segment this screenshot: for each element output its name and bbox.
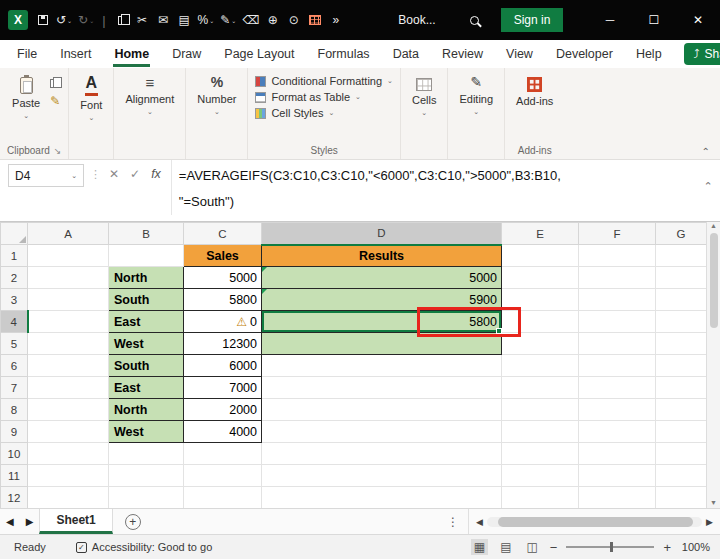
excel-logo-icon[interactable]: X	[8, 10, 28, 30]
cell-F6[interactable]	[579, 355, 656, 377]
cell-A5[interactable]	[28, 333, 109, 355]
cell-A6[interactable]	[28, 355, 109, 377]
format-painter-icon[interactable]: ✎	[50, 94, 60, 108]
number-button[interactable]: % Number ⌄	[193, 73, 240, 118]
row-header-10[interactable]: 10	[1, 443, 28, 465]
warning-icon[interactable]: ⚠	[236, 315, 247, 329]
horizontal-scroll-track[interactable]	[487, 517, 702, 527]
cell-E10[interactable]	[502, 443, 579, 465]
view-page-break-button[interactable]: ◫	[523, 539, 540, 555]
menu-tab-review[interactable]: Review	[441, 42, 484, 67]
undo-icon[interactable]: ↺⌄	[56, 13, 72, 27]
row-header-8[interactable]: 8	[1, 399, 28, 421]
eraser-icon[interactable]: ⌫	[242, 13, 259, 27]
cell-B6[interactable]: South	[109, 355, 184, 377]
sheet-tab-sheet1[interactable]: Sheet1	[39, 509, 112, 534]
close-button[interactable]: ✕	[676, 0, 720, 40]
cell-D1[interactable]: Results	[262, 245, 502, 267]
minimize-button[interactable]: ─	[588, 0, 632, 40]
zoom-level[interactable]: 100%	[680, 541, 710, 553]
cell-G1[interactable]	[656, 245, 707, 267]
cell-A10[interactable]	[28, 443, 109, 465]
zoom-slider[interactable]	[566, 546, 654, 548]
cell-E3[interactable]	[502, 289, 579, 311]
cell-A2[interactable]	[28, 267, 109, 289]
fill-handle[interactable]	[496, 328, 502, 334]
cell-G9[interactable]	[656, 421, 707, 443]
print-icon[interactable]: ▤	[177, 13, 192, 27]
cell-A12[interactable]	[28, 487, 109, 509]
name-box[interactable]: D4 ⌄	[8, 164, 84, 187]
redo-icon[interactable]: ↻⌄	[78, 13, 94, 27]
menu-tab-view[interactable]: View	[505, 42, 534, 67]
col-header-A[interactable]: A	[28, 223, 109, 245]
cell-C8[interactable]: 2000	[184, 399, 262, 421]
search-icon[interactable]	[470, 16, 479, 25]
tab-scroll-right-icon[interactable]: ▶	[20, 516, 40, 527]
cell-G3[interactable]	[656, 289, 707, 311]
view-page-layout-button[interactable]: ▤	[497, 539, 514, 555]
row-header-9[interactable]: 9	[1, 421, 28, 443]
row-header-5[interactable]: 5	[1, 333, 28, 355]
vertical-scroll-thumb[interactable]	[710, 233, 718, 328]
save-icon[interactable]	[35, 15, 50, 25]
insert-function-icon[interactable]: fx	[151, 167, 161, 181]
cell-F10[interactable]	[579, 443, 656, 465]
menu-tab-file[interactable]: File	[16, 42, 38, 67]
cell-B7[interactable]: East	[109, 377, 184, 399]
cell-A3[interactable]	[28, 289, 109, 311]
cell-D4[interactable]: 5800	[262, 311, 502, 333]
scroll-left-icon[interactable]: ◀	[472, 517, 487, 527]
formula-bar-handle[interactable]: ⋮	[90, 168, 101, 181]
cell-D7[interactable]	[262, 377, 502, 399]
cell-F3[interactable]	[579, 289, 656, 311]
cell-C9[interactable]: 4000	[184, 421, 262, 443]
cell-C5[interactable]: 12300	[184, 333, 262, 355]
cell-A1[interactable]	[28, 245, 109, 267]
add-sheet-button[interactable]: +	[125, 514, 141, 530]
menu-tab-formulas[interactable]: Formulas	[317, 42, 371, 67]
cell-E11[interactable]	[502, 465, 579, 487]
editing-button[interactable]: ✎ Editing ⌄	[455, 73, 497, 118]
cell-G7[interactable]	[656, 377, 707, 399]
percent-icon[interactable]: %⌄	[198, 13, 215, 27]
cell-B4[interactable]: East	[109, 311, 184, 333]
cell-A11[interactable]	[28, 465, 109, 487]
paste-button[interactable]: Paste ⌄	[8, 73, 44, 122]
cell-D12[interactable]	[262, 487, 502, 509]
cell-A8[interactable]	[28, 399, 109, 421]
col-header-F[interactable]: F	[579, 223, 656, 245]
table-borders-icon[interactable]	[307, 15, 322, 25]
cell-C3[interactable]: 5800	[184, 289, 262, 311]
cell-E4[interactable]	[502, 311, 579, 333]
cell-F11[interactable]	[579, 465, 656, 487]
view-normal-button[interactable]: ▦	[471, 539, 488, 555]
scroll-up-icon[interactable]: ▲	[710, 222, 717, 229]
menu-tab-home[interactable]: Home	[113, 42, 150, 67]
cell-E9[interactable]	[502, 421, 579, 443]
row-header-6[interactable]: 6	[1, 355, 28, 377]
zoom-in-button[interactable]: +	[663, 540, 671, 555]
menu-tab-data[interactable]: Data	[392, 42, 420, 67]
cancel-icon[interactable]: ✕	[109, 167, 119, 181]
cell-B11[interactable]	[109, 465, 184, 487]
scroll-right-icon[interactable]: ▶	[702, 517, 717, 527]
vertical-scrollbar[interactable]: ▲ ▼	[706, 222, 720, 508]
col-header-E[interactable]: E	[502, 223, 579, 245]
cell-E2[interactable]	[502, 267, 579, 289]
horizontal-scrollbar[interactable]: ◀ ▶	[468, 509, 720, 534]
enter-icon[interactable]: ✓	[130, 167, 140, 181]
dialog-launcher-icon[interactable]: ↘	[54, 146, 62, 156]
cell-C10[interactable]	[184, 443, 262, 465]
cell-C2[interactable]: 5000	[184, 267, 262, 289]
font-button[interactable]: A Font ⌄	[76, 73, 106, 124]
format-brush-icon[interactable]: ✎⌄	[220, 13, 236, 27]
copy-icon[interactable]	[114, 16, 129, 25]
cells-button[interactable]: Cells ⌄	[408, 73, 440, 119]
cell-B8[interactable]: North	[109, 399, 184, 421]
scroll-down-icon[interactable]: ▼	[710, 499, 717, 506]
alignment-button[interactable]: ≡ Alignment ⌄	[121, 73, 178, 118]
cell-C1[interactable]: Sales	[184, 245, 262, 267]
camera-icon[interactable]: ⊙	[286, 13, 301, 27]
cell-D6[interactable]	[262, 355, 502, 377]
